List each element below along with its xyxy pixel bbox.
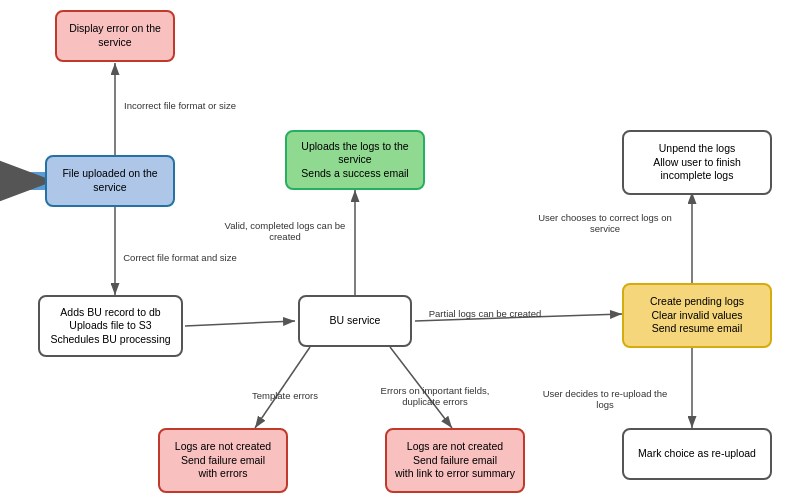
bu-service-node: BU service <box>298 295 412 347</box>
mark-choice-node: Mark choice as re-upload <box>622 428 772 480</box>
label-valid-completed: Valid, completed logs can be created <box>220 220 350 242</box>
arrows-svg <box>0 0 801 501</box>
logs-not-created-2-node: Logs are not created Send failure email … <box>385 428 525 493</box>
label-user-correct: User chooses to correct logs on service <box>535 212 675 234</box>
label-partial-logs: Partial logs can be created <box>420 308 550 319</box>
adds-bu-node: Adds BU record to db Uploads file to S3 … <box>38 295 183 357</box>
svg-line-4 <box>185 321 295 326</box>
unpend-logs-node: Unpend the logs Allow user to finish inc… <box>622 130 772 195</box>
file-uploaded-node: File uploaded on the service <box>45 155 175 207</box>
label-important-errors: Errors on important fields, duplicate er… <box>370 385 500 407</box>
label-user-reupload: User decides to re-upload the logs <box>535 388 675 410</box>
label-correct-format: Correct file format and size <box>120 252 240 263</box>
create-pending-node: Create pending logs Clear invalid values… <box>622 283 772 348</box>
label-template-errors: Template errors <box>240 390 330 401</box>
logs-not-created-1-node: Logs are not created Send failure email … <box>158 428 288 493</box>
display-error-node: Display error on the service <box>55 10 175 62</box>
svg-line-9 <box>255 347 310 428</box>
uploads-logs-node: Uploads the logs to the service Sends a … <box>285 130 425 190</box>
label-incorrect-format: Incorrect file format or size <box>120 100 240 111</box>
diagram: Display error on the service File upload… <box>0 0 801 501</box>
